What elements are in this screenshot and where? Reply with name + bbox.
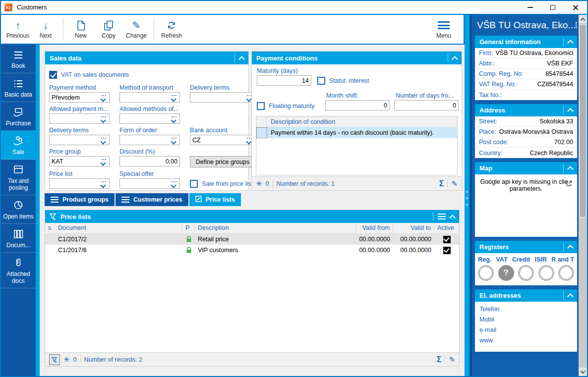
info-row-postcode: Post code: 702 00 xyxy=(475,137,577,148)
close-button[interactable] xyxy=(564,1,587,14)
col-header-document[interactable]: Document xyxy=(55,223,182,234)
right-scrollbar[interactable] xyxy=(579,15,587,376)
active-cell xyxy=(434,234,459,245)
sum-icon[interactable]: Σ xyxy=(439,180,444,187)
panel-title: Payment conditions xyxy=(256,54,318,62)
allowed-methods-of-combo[interactable] xyxy=(119,113,180,124)
price-list-combo[interactable] xyxy=(49,178,110,189)
filter-toggle-button[interactable] xyxy=(49,354,60,365)
delivery-terms-combo[interactable] xyxy=(190,92,255,103)
table-row[interactable]: C1/2017/6 VIP customers 00.00.0000 00.00… xyxy=(45,245,459,256)
sidebar-item-basic-data[interactable]: Basic data xyxy=(1,73,36,102)
month-shift-input[interactable]: 0 xyxy=(325,100,390,110)
scroll-down-button[interactable] xyxy=(579,368,587,376)
sidebar-item-documents[interactable]: Docum... xyxy=(1,224,36,253)
floating-maturity-checkbox[interactable] xyxy=(257,102,265,110)
collapse-icon[interactable] xyxy=(567,293,574,300)
register-status-credit[interactable] xyxy=(518,265,534,281)
maximize-button[interactable] xyxy=(541,1,564,14)
tab-price-lists[interactable]: Price lists xyxy=(189,193,241,206)
left-splitter[interactable] xyxy=(36,45,40,376)
collapse-icon[interactable] xyxy=(449,215,456,221)
edit-pencil-icon[interactable]: ✎ xyxy=(451,180,458,187)
next-button[interactable]: ↓ Next xyxy=(32,19,59,39)
statut-interest-checkbox[interactable] xyxy=(317,77,325,85)
price-group-combo[interactable]: KAT xyxy=(49,156,110,166)
collapse-icon[interactable] xyxy=(567,166,574,172)
number-of-days-value: 0 xyxy=(453,102,456,109)
register-status-randt[interactable] xyxy=(558,265,574,281)
sidebar-item-tax-and-posting[interactable]: Tax and posting xyxy=(1,160,36,195)
method-of-transport-label: Method of transport xyxy=(119,84,180,92)
col-header-active[interactable]: Active xyxy=(434,223,459,234)
scroll-up-button[interactable] xyxy=(579,15,587,23)
active-checkbox[interactable] xyxy=(443,236,451,243)
edit-pencil-icon[interactable]: ✎ xyxy=(449,356,455,363)
allowed-payment-methods-combo[interactable] xyxy=(49,113,110,124)
price-lists-panel: Price lists s Document P Description Val… xyxy=(45,210,460,367)
col-header-valid-to[interactable]: Valid to xyxy=(393,223,434,234)
previous-button[interactable]: ↑ Previous xyxy=(4,19,32,39)
sidebar-item-book[interactable]: Book xyxy=(1,45,36,73)
col-header-description[interactable]: Description xyxy=(195,223,356,234)
el-address-www[interactable]: www xyxy=(475,335,577,346)
snowflake-icon[interactable]: ✳ xyxy=(256,180,262,187)
maturity-input[interactable]: 14 xyxy=(257,75,311,86)
row-selector-cell[interactable] xyxy=(256,127,267,138)
method-of-transport-combo[interactable] xyxy=(119,92,180,103)
grid-menu-icon[interactable] xyxy=(438,214,446,219)
register-status-reg[interactable] xyxy=(478,265,494,281)
filter-funnel-icon[interactable] xyxy=(50,213,57,220)
discount-input[interactable]: 0,00 xyxy=(119,156,180,166)
copy-button[interactable]: Copy xyxy=(95,19,122,39)
form-of-order-combo[interactable] xyxy=(119,135,180,145)
panel-title: General information xyxy=(479,38,541,46)
note-icon[interactable] xyxy=(576,20,577,31)
col-header-s[interactable]: s xyxy=(45,223,55,234)
price-lists-body: s Document P Description Valid from Vali… xyxy=(45,223,459,366)
sidebar-item-purchase[interactable]: Purchase xyxy=(1,102,36,131)
number-of-days-input[interactable]: 0 xyxy=(394,100,459,110)
menu-button[interactable]: Menu xyxy=(430,19,458,39)
bank-account-combo[interactable]: CZ xyxy=(190,135,255,145)
delivery-terms2-combo[interactable] xyxy=(49,135,110,145)
sum-icon[interactable]: Σ xyxy=(437,356,442,363)
register-status-isir[interactable] xyxy=(538,265,554,281)
special-offer-label: Special offer xyxy=(119,170,180,178)
sale-from-price-list-checkbox[interactable] xyxy=(190,180,198,188)
collapse-icon[interactable] xyxy=(238,56,245,62)
toolbar-separator xyxy=(154,18,154,41)
collapse-icon[interactable] xyxy=(567,108,574,114)
table-row[interactable]: C1/2017/2 Retail price 00.00.0000 00.00.… xyxy=(45,234,459,245)
register-status-vat[interactable]: ? xyxy=(498,265,514,281)
collapse-icon[interactable] xyxy=(567,40,574,46)
el-address-telefon[interactable]: Telefon xyxy=(475,304,577,315)
active-checkbox[interactable] xyxy=(443,247,451,254)
scrollbar-thumb[interactable] xyxy=(579,24,587,217)
tab-product-groups[interactable]: Product groups xyxy=(45,193,115,206)
change-button[interactable]: ✎ Change xyxy=(122,19,150,39)
sidebar-item-attached-docs[interactable]: Attached docs xyxy=(1,253,36,288)
new-button[interactable]: New xyxy=(67,19,95,39)
new-label: New xyxy=(75,32,87,39)
refresh-button[interactable]: Refresh xyxy=(158,19,185,39)
define-price-groups-button[interactable]: Define price groups xyxy=(190,156,255,167)
minimize-button[interactable] xyxy=(519,1,541,14)
table-row[interactable]: Payment within 14 days - no cash discoun… xyxy=(256,127,457,138)
vat-checkbox[interactable] xyxy=(49,71,57,79)
snowflake-icon[interactable]: ✳ xyxy=(63,356,70,363)
sidebar-item-sale[interactable]: Sale xyxy=(1,131,36,160)
collapse-icon[interactable] xyxy=(452,56,458,62)
sidebar-item-open-items[interactable]: Open items xyxy=(1,195,36,224)
right-splitter[interactable] xyxy=(465,15,470,376)
el-address-mobil[interactable]: Mobil xyxy=(475,315,577,325)
tab-customer-prices[interactable]: Customer prices xyxy=(116,193,188,206)
external-link-icon[interactable] xyxy=(566,180,572,188)
special-offer-combo[interactable] xyxy=(119,178,180,189)
col-header-p[interactable]: P xyxy=(182,223,195,234)
payment-method-combo[interactable]: Převodem xyxy=(49,92,110,103)
col-header-valid-from[interactable]: Valid from xyxy=(356,223,393,234)
clipboard-check-icon xyxy=(195,196,202,204)
collapse-icon[interactable] xyxy=(567,245,574,251)
el-address-email[interactable]: e-mail xyxy=(475,325,577,335)
